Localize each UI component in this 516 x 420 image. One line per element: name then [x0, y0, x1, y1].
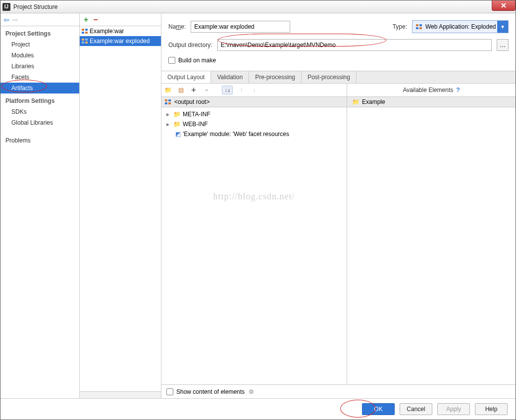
artifact-icon: [81, 28, 88, 35]
artifact-list-panel: + − Example:war Example:war exploded: [80, 13, 161, 398]
available-item-label: Example: [362, 98, 385, 105]
svg-rect-13: [168, 99, 171, 101]
tab-post-processing[interactable]: Post-processing: [302, 71, 357, 83]
svg-rect-3: [85, 32, 88, 34]
tree-node[interactable]: ▸ 📁 WEB-INF: [161, 119, 347, 129]
nav-item-problems[interactable]: Problems: [0, 135, 79, 146]
tree-add-icon[interactable]: +: [189, 86, 198, 94]
nav-forward-icon[interactable]: ⇨: [12, 16, 18, 24]
type-label: Type:: [393, 23, 407, 30]
tree-node-label: WEB-INF: [183, 121, 208, 128]
nav-item-artifacts[interactable]: Artifacts: [0, 83, 79, 93]
nav-item-project[interactable]: Project: [0, 39, 79, 50]
title-bar: IJ Project Structure: [0, 0, 516, 13]
tree-node[interactable]: ◩ 'Example' module: 'Web' facet resource…: [161, 129, 347, 139]
sort-icon[interactable]: ↓₂: [222, 86, 233, 94]
move-down-icon[interactable]: ↓: [250, 86, 258, 94]
artifact-icon: [81, 38, 88, 45]
available-item[interactable]: 📁 Example: [347, 97, 516, 107]
nav-back-icon[interactable]: ⇦: [3, 16, 9, 24]
close-button[interactable]: [492, 0, 516, 11]
artifact-list-item[interactable]: Example:war exploded: [80, 36, 161, 46]
name-label: Name:: [168, 23, 186, 30]
app-icon: IJ: [2, 3, 10, 11]
gear-icon[interactable]: ⚙: [249, 388, 254, 395]
svg-rect-9: [419, 24, 422, 26]
type-combobox[interactable]: Web Application: Exploded ▾: [412, 20, 509, 33]
expand-icon[interactable]: ▸: [166, 121, 171, 128]
output-tree-pane: 📁 ▤ + − ↓₂ ↑ ↓ <output root>: [161, 84, 347, 384]
ellipsis-icon: …: [500, 42, 506, 48]
output-directory-label: Output directory:: [168, 42, 212, 48]
svg-rect-2: [82, 32, 84, 34]
show-content-label: Show content of elements: [176, 388, 245, 395]
web-resource-icon: ◩: [175, 131, 181, 138]
build-on-make-checkbox[interactable]: Build on make: [168, 57, 216, 64]
svg-rect-14: [165, 102, 167, 104]
svg-rect-11: [419, 27, 422, 29]
remove-artifact-button[interactable]: −: [93, 15, 98, 24]
svg-rect-6: [82, 42, 84, 44]
tree-header: <output root>: [161, 96, 347, 107]
expand-icon[interactable]: ▸: [166, 111, 171, 118]
browse-button[interactable]: …: [497, 39, 509, 51]
tree-node-label: 'Example' module: 'Web' facet resources: [183, 131, 289, 138]
artifact-list-scrollbar[interactable]: [80, 391, 161, 398]
tree-remove-icon[interactable]: −: [202, 86, 211, 94]
artifact-item-label: Example:war: [90, 28, 124, 35]
name-input[interactable]: [191, 21, 290, 33]
folder-icon: 📁: [173, 111, 181, 118]
help-icon[interactable]: ?: [456, 87, 460, 93]
output-directory-input[interactable]: [217, 39, 492, 51]
nav-item-facets[interactable]: Facets: [0, 72, 79, 83]
watermark-text: http://blog.csdn.net/: [213, 191, 295, 202]
svg-rect-12: [165, 99, 167, 101]
main-panel: Name: Type: Web Application: Exploded ▾ …: [161, 13, 516, 398]
output-root-label: <output root>: [174, 98, 209, 105]
tree-view-icon[interactable]: ▤: [176, 86, 185, 94]
svg-rect-0: [82, 29, 84, 31]
folder-icon: 📁: [173, 121, 181, 128]
help-button[interactable]: Help: [475, 403, 508, 415]
tree-node[interactable]: ▸ 📁 META-INF: [161, 109, 347, 119]
cancel-button[interactable]: Cancel: [400, 403, 432, 415]
build-on-make-label: Build on make: [178, 57, 216, 64]
tab-validation[interactable]: Validation: [211, 71, 249, 83]
add-artifact-button[interactable]: +: [84, 15, 88, 24]
nav-item-sdks[interactable]: SDKs: [0, 106, 79, 117]
nav-item-global-libraries[interactable]: Global Libraries: [0, 117, 79, 128]
artifact-tabs: Output Layout Validation Pre-processing …: [161, 71, 516, 84]
nav-group-platform-settings: Platform Settings: [0, 93, 79, 106]
apply-button[interactable]: Apply: [437, 403, 470, 415]
dialog-button-bar: OK Cancel Apply Help: [0, 399, 516, 420]
checkbox-icon: [168, 57, 175, 64]
show-content-checkbox[interactable]: Show content of elements: [166, 388, 245, 395]
output-root-icon: [164, 98, 171, 105]
new-folder-icon[interactable]: 📁: [163, 86, 172, 94]
svg-rect-5: [85, 39, 88, 41]
tree-toolbar: 📁 ▤ + − ↓₂ ↑ ↓: [161, 84, 347, 96]
checkbox-icon: [166, 388, 173, 395]
svg-rect-7: [85, 42, 88, 44]
tab-output-layout[interactable]: Output Layout: [161, 71, 211, 83]
svg-rect-4: [82, 39, 84, 41]
nav-item-modules[interactable]: Modules: [0, 50, 79, 61]
artifact-list-toolbar: + −: [80, 13, 161, 26]
ok-button[interactable]: OK: [362, 403, 395, 415]
svg-rect-8: [416, 24, 418, 26]
move-up-icon[interactable]: ↑: [237, 86, 246, 94]
left-nav: ⇦ ⇨ Project Settings Project Modules Lib…: [0, 13, 80, 398]
available-elements-pane: Available Elements ? 📁 Example: [347, 84, 516, 384]
svg-rect-1: [85, 29, 88, 31]
artifact-list-item[interactable]: Example:war: [80, 26, 161, 36]
available-elements-label: Available Elements: [403, 87, 453, 93]
nav-item-libraries[interactable]: Libraries: [0, 61, 79, 72]
artifact-item-label: Example:war exploded: [90, 38, 150, 45]
available-elements-header: Available Elements ?: [347, 84, 516, 96]
nav-history-bar: ⇦ ⇨: [0, 13, 79, 26]
folder-icon: 📁: [352, 98, 360, 105]
tab-pre-processing[interactable]: Pre-processing: [249, 71, 302, 83]
type-value: Web Application: Exploded: [425, 23, 496, 30]
nav-group-project-settings: Project Settings: [0, 26, 79, 39]
svg-rect-15: [168, 102, 171, 104]
